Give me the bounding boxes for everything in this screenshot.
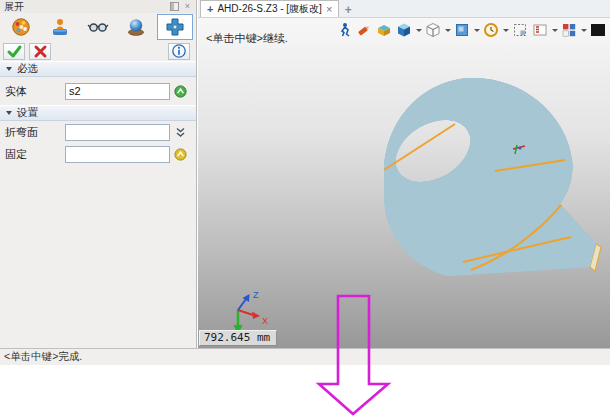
x-axis-arrow: [252, 312, 260, 320]
document-tab-bar: + AHD-26-S.Z3 - [腹板改] × +: [198, 0, 610, 18]
fixed-input[interactable]: [65, 146, 170, 163]
entity-pick-icon[interactable]: [170, 84, 191, 99]
bend-face-label: 折弯面: [5, 125, 65, 140]
section-required[interactable]: 必选: [0, 61, 196, 77]
app-window: 展开 ×: [0, 0, 610, 419]
unfold-dialog: 展开 ×: [0, 0, 197, 348]
entity-label: 实体: [5, 84, 65, 99]
section-required-label: 必选: [17, 62, 38, 76]
z-axis-label: Z: [253, 290, 259, 300]
section-settings[interactable]: 设置: [0, 105, 196, 121]
entity-field-row: 实体: [0, 77, 196, 105]
palette-icon[interactable]: [3, 14, 39, 40]
info-button[interactable]: [168, 43, 190, 60]
status-message: <单击中键>完成.: [4, 350, 82, 364]
tab-file-icon: +: [207, 3, 213, 15]
section-settings-label: 设置: [17, 106, 38, 120]
double-chevron-down-icon[interactable]: [170, 126, 191, 139]
dock-icon[interactable]: [170, 2, 179, 11]
dialog-title: 展开: [4, 0, 24, 14]
dialog-confirm-row: [0, 41, 196, 61]
fixed-label: 固定: [5, 147, 65, 162]
new-tab-button[interactable]: +: [339, 2, 357, 17]
dialog-close-icon[interactable]: ×: [183, 2, 192, 11]
tab-close-icon[interactable]: ×: [326, 4, 332, 14]
flange-cross-icon[interactable]: [157, 14, 193, 40]
status-bar: <单击中键>完成.: [0, 348, 610, 365]
entity-input[interactable]: [65, 83, 170, 100]
collapse-triangle-icon: [6, 111, 12, 115]
collapse-triangle-icon: [6, 67, 12, 71]
fixed-pick-icon[interactable]: [170, 147, 191, 162]
stamp-icon[interactable]: [42, 14, 78, 40]
3d-viewport[interactable]: <单击中键>继续.: [198, 18, 610, 348]
tab-title: AHD-26-S.Z3 - [腹板改]: [217, 2, 321, 16]
active-document-tab[interactable]: + AHD-26-S.Z3 - [腹板改] ×: [200, 0, 339, 17]
sphere-icon[interactable]: [118, 14, 154, 40]
bend-face-field-row: 折弯面: [0, 121, 196, 143]
x-axis-label: X: [262, 316, 268, 326]
dialog-toolbar: [0, 13, 196, 41]
glasses-icon[interactable]: [80, 14, 116, 40]
ok-button[interactable]: [3, 43, 25, 60]
annotation-down-arrow: [310, 293, 398, 419]
dialog-titlebar: 展开 ×: [0, 0, 196, 13]
dimension-readout: 792.645 mm: [199, 330, 277, 346]
cancel-button[interactable]: [29, 43, 51, 60]
model-body[interactable]: [384, 78, 601, 276]
main-area: + AHD-26-S.Z3 - [腹板改] × +: [198, 0, 610, 348]
bend-face-input[interactable]: [65, 124, 170, 141]
fixed-field-row: 固定: [0, 143, 196, 165]
panel-empty-area: [0, 165, 196, 348]
